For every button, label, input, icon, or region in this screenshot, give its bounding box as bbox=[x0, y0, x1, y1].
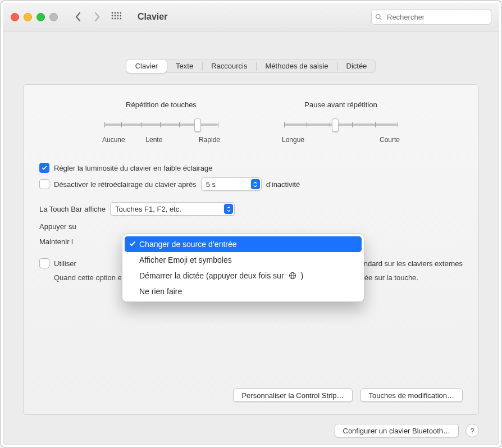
toolbar: Clavier bbox=[3, 3, 499, 31]
window-frame: Clavier Clavier Texte Raccourcis Méthode… bbox=[0, 0, 502, 448]
tab-methodes[interactable]: Méthodes de saisie bbox=[256, 60, 337, 73]
check-icon bbox=[42, 165, 47, 171]
chevron-left-icon bbox=[74, 12, 82, 21]
window: Clavier Clavier Texte Raccourcis Méthode… bbox=[3, 3, 499, 445]
delay-label: Pause avant répétition bbox=[282, 100, 400, 109]
row-press-fn: Appuyer su bbox=[39, 222, 463, 231]
menu-item-label: Changer de source d’entrée bbox=[139, 240, 237, 249]
grid-icon bbox=[111, 12, 121, 22]
key-repeat-slider-labels: Aucune Lente Rapide bbox=[102, 136, 220, 144]
svg-point-4 bbox=[112, 15, 113, 17]
label-use-fn-right: standard sur les claviers externes bbox=[354, 259, 463, 268]
traffic-lights bbox=[11, 13, 58, 21]
svg-point-9 bbox=[115, 18, 116, 20]
tab-raccourcis[interactable]: Raccourcis bbox=[202, 60, 256, 73]
svg-point-7 bbox=[120, 15, 121, 17]
window-dot-disabled bbox=[49, 13, 58, 21]
menu-item-change-input-source[interactable]: Changer de source d’entrée bbox=[125, 236, 362, 252]
tab-clavier[interactable]: Clavier bbox=[126, 60, 167, 73]
svg-point-11 bbox=[120, 18, 121, 20]
label-brightness: Régler la luminosité du clavier en faibl… bbox=[54, 164, 213, 172]
footer-row: Configurer un clavier Bluetooth… ? bbox=[23, 424, 479, 437]
svg-point-3 bbox=[120, 12, 121, 14]
delay-slider[interactable] bbox=[284, 119, 398, 130]
back-button[interactable] bbox=[70, 9, 86, 25]
search-input[interactable] bbox=[386, 12, 487, 22]
row-backlight: Désactiver le rétroéclairage du clavier … bbox=[39, 177, 463, 191]
checkbox-use-fn-keys[interactable] bbox=[39, 258, 49, 268]
panel-bottom-row: Personnaliser la Control Strip… Touches … bbox=[39, 388, 463, 402]
chevron-right-icon bbox=[93, 12, 101, 21]
key-repeat-slider[interactable] bbox=[104, 119, 218, 130]
toolbar-search[interactable] bbox=[371, 9, 491, 25]
delay-slider-labels: Longue Courte bbox=[282, 136, 400, 144]
check-icon bbox=[129, 240, 136, 249]
close-window-button[interactable] bbox=[11, 13, 19, 21]
tab-dictee[interactable]: Dictée bbox=[337, 60, 376, 73]
label-backlight-before: Désactiver le rétroéclairage du clavier … bbox=[54, 180, 197, 189]
menu-item-label: Ne rien faire bbox=[139, 287, 182, 296]
tab-texte[interactable]: Texte bbox=[167, 60, 202, 73]
row-brightness: Régler la luminosité du clavier en faibl… bbox=[39, 163, 463, 173]
key-repeat-label: Répétition de touches bbox=[102, 100, 220, 109]
key-repeat-block: Répétition de touches Aucune Le bbox=[102, 100, 220, 144]
label-use-fn-left: Utiliser bbox=[54, 259, 76, 268]
bluetooth-keyboard-button[interactable]: Configurer un clavier Bluetooth… bbox=[335, 424, 459, 437]
checkbox-backlight[interactable] bbox=[39, 179, 49, 189]
modifier-keys-button[interactable]: Touches de modification… bbox=[360, 388, 463, 402]
window-title: Clavier bbox=[138, 12, 167, 22]
tab-bar: Clavier Texte Raccourcis Méthodes de sai… bbox=[126, 60, 376, 73]
globe-icon bbox=[289, 271, 296, 280]
svg-point-6 bbox=[117, 15, 119, 17]
label-hold-fn: Maintenir l bbox=[39, 237, 73, 246]
svg-point-5 bbox=[115, 15, 116, 17]
menu-item-label-close: ) bbox=[301, 271, 304, 280]
label-backlight-after: d’inactivité bbox=[266, 180, 300, 189]
press-fn-menu: Changer de source d’entrée Afficher Emoj… bbox=[122, 234, 364, 302]
customize-control-strip-button[interactable]: Personnaliser la Control Strip… bbox=[233, 388, 352, 402]
menu-item-label: Afficher Emoji et symboles bbox=[139, 255, 232, 264]
select-touchbar-value: Touches F1, F2, etc. bbox=[115, 205, 181, 213]
select-backlight-value: 5 s bbox=[206, 180, 216, 189]
menu-item-start-dictation[interactable]: Démarrer la dictée (appuyer deux fois su… bbox=[122, 268, 364, 284]
menu-item-do-nothing[interactable]: Ne rien faire bbox=[122, 284, 364, 299]
svg-point-12 bbox=[376, 14, 380, 18]
menu-item-label: Démarrer la dictée (appuyer deux fois su… bbox=[139, 271, 284, 280]
sliders-row: Répétition de touches Aucune Le bbox=[39, 100, 463, 144]
svg-point-10 bbox=[117, 18, 119, 20]
svg-point-0 bbox=[112, 12, 113, 14]
forward-button[interactable] bbox=[89, 9, 105, 25]
row-touchbar: La Touch Bar affiche Touches F1, F2, etc… bbox=[39, 202, 463, 216]
svg-point-8 bbox=[112, 18, 113, 20]
svg-point-1 bbox=[115, 12, 116, 14]
delay-block: Pause avant répétition Longue Courte bbox=[282, 100, 400, 144]
label-touchbar: La Touch Bar affiche bbox=[39, 205, 106, 213]
zoom-window-button[interactable] bbox=[36, 13, 45, 21]
select-backlight-delay[interactable]: 5 s bbox=[201, 177, 262, 191]
select-touchbar-shows[interactable]: Touches F1, F2, etc. bbox=[110, 202, 235, 216]
help-button[interactable]: ? bbox=[466, 424, 479, 437]
updown-icon bbox=[251, 179, 260, 189]
show-all-button[interactable] bbox=[108, 9, 124, 25]
updown-icon bbox=[224, 204, 233, 214]
menu-item-show-emoji[interactable]: Afficher Emoji et symboles bbox=[122, 252, 364, 268]
search-icon bbox=[375, 13, 382, 21]
minimize-window-button[interactable] bbox=[24, 13, 32, 21]
label-press-fn: Appuyer su bbox=[39, 222, 76, 231]
svg-point-2 bbox=[117, 12, 119, 14]
svg-line-13 bbox=[380, 18, 382, 20]
checkbox-brightness[interactable] bbox=[39, 163, 49, 173]
